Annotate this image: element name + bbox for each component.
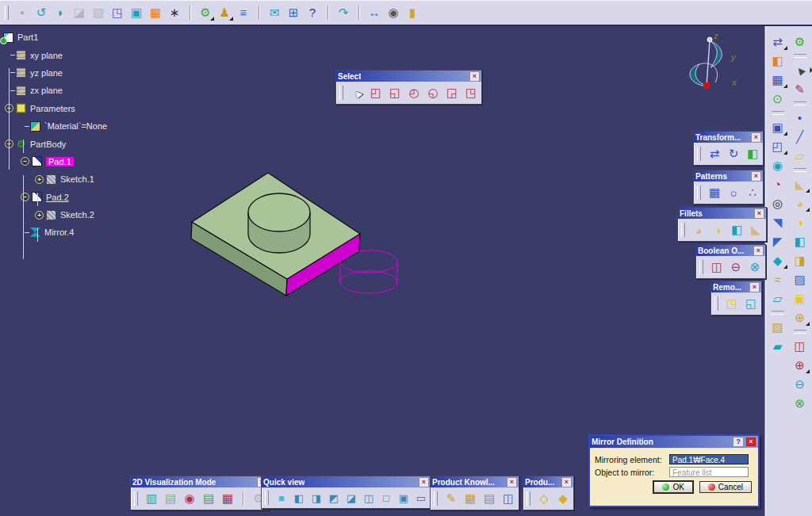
remove-icon[interactable]: ⊖ [727,258,745,276]
scaling-icon[interactable]: ⊙ [768,90,787,108]
cancel-button[interactable]: Cancel [699,481,752,493]
right-view-icon[interactable]: ◪ [343,490,359,506]
toolbar-grip[interactable] [697,185,701,200]
tree-item-material-none[interactable]: `Material`=None [2,117,107,135]
toolbar-grip[interactable] [681,223,685,237]
vis-cylinder-dot-icon[interactable]: ◉ [181,490,198,507]
tree-item-pad-1[interactable]: −Pad.1 [2,153,107,170]
undo-icon[interactable]: ↺ [33,4,50,21]
plane-icon[interactable]: ▱ [791,147,810,165]
toolbar-titlebar[interactable]: Transform...× [694,132,763,143]
left-view-icon[interactable]: ◩ [326,490,342,506]
user-pattern-icon[interactable]: ∴ [744,184,761,201]
toolbar-titlebar[interactable]: Product Knowl...× [431,476,519,487]
tree-label[interactable]: Pad.2 [46,193,69,202]
toolbar-grip[interactable] [527,491,530,506]
close-icon[interactable]: × [561,477,572,487]
plane-icon[interactable] [16,50,26,60]
toolbar-titlebar[interactable]: Fillets× [678,208,766,219]
tree-item-yz-plane[interactable]: yz plane [2,64,107,82]
tree-item-sketch-1[interactable]: +Sketch.1 [2,170,107,188]
top-view-icon[interactable]: ◫ [361,490,377,506]
toolbar-grip[interactable] [714,296,718,311]
slot-icon[interactable]: ◤ [768,232,787,250]
toolbar-titlebar[interactable]: 2D Visualization Mode× [131,476,269,487]
mail-icon[interactable]: ✉ [266,4,283,21]
erase-icon[interactable]: ◪ [71,4,88,21]
pocket-icon[interactable]: ◰ [768,137,787,155]
named-views-icon[interactable]: ▭ [413,490,429,506]
close-icon[interactable]: × [469,71,480,82]
back-view-icon[interactable]: ◨ [308,490,324,506]
toolbar-grip[interactable] [697,147,701,161]
toolbar-grip[interactable] [5,6,9,20]
tree-item-sketch-2[interactable]: +Sketch.2 [2,206,107,224]
tree-label[interactable]: yz plane [30,68,63,78]
grid-icon[interactable]: ▦ [147,4,164,21]
measure-icon[interactable]: ↔ [366,4,383,21]
toolbar-grip[interactable] [434,491,438,506]
chamfer-icon[interactable]: ◣ [747,221,764,239]
rotation-icon[interactable]: ↻ [725,145,742,162]
toolbar-grip[interactable] [699,260,703,274]
edge-fillet-icon[interactable]: ◕ [791,194,810,212]
spray-icon[interactable]: ▮ [404,4,421,21]
design-table-icon[interactable]: ▦ [462,490,479,507]
small-square-icon[interactable]: ▪ [13,4,31,21]
sketch-icon[interactable] [46,174,56,185]
paint-stroke-trap-icon[interactable]: ◵ [424,84,442,101]
save-knowledge-icon[interactable]: ◫ [500,490,517,507]
tree-item-zx-plane[interactable]: zx plane [2,82,107,99]
tree-label[interactable]: `Material`=None [44,121,107,131]
tree-item-mirror-4[interactable]: Mirror.4 [2,224,107,241]
mirror-icon[interactable] [30,227,40,238]
tree-label[interactable]: Parameters [30,104,75,113]
close-icon[interactable]: × [753,246,764,256]
dialog-titlebar[interactable]: Mirror Definition ? × [590,436,758,448]
face-face-fillet-icon[interactable]: ◧ [728,221,745,239]
isometric-view-icon[interactable]: ■ [274,490,289,506]
translation-icon[interactable]: ⇄ [706,145,723,162]
remove-boolean-icon[interactable]: ⊖ [791,375,810,393]
replace-face-icon[interactable]: ◱ [742,295,760,312]
material-icon[interactable] [30,121,40,132]
expand-icon[interactable]: + [35,211,44,220]
edge-fillet-icon[interactable]: ◕ [690,221,707,239]
toolbar-titlebar[interactable]: Remo...× [711,281,761,292]
hole-icon[interactable]: ◎ [768,194,787,212]
removed-loft-icon[interactable]: ▱ [768,289,787,308]
rectangle-trap-icon[interactable]: ◰ [367,84,385,101]
tree-item-pad-2[interactable]: −Pad.2 [2,189,107,206]
report-list-icon[interactable]: ≡ [235,4,252,21]
face-face-fillet-icon[interactable]: ◧ [791,232,810,250]
assemble-icon[interactable]: ◫ [708,258,726,276]
symmetry-icon[interactable]: ◧ [744,145,761,162]
collapse-icon[interactable]: − [21,157,29,166]
line-icon[interactable]: ╱ [791,128,810,146]
compass-top-handle[interactable] [707,37,712,42]
close-icon[interactable]: × [419,477,429,487]
compass-base-handle[interactable] [703,82,710,89]
turntable-icon[interactable]: ↷ [335,4,352,21]
arc-shape-icon[interactable]: ◗ [52,4,69,21]
vis-stack-icon[interactable]: ▤ [200,490,217,507]
tile-windows-icon[interactable]: ⊞ [285,4,302,21]
object-to-mirror-field[interactable]: Feature list [669,467,749,477]
tree-label[interactable]: zx plane [30,86,63,95]
close-icon[interactable]: × [749,282,760,292]
shell-icon[interactable]: ▣ [791,289,810,308]
paste-shape-icon[interactable]: ◳ [109,4,126,21]
plane-icon[interactable] [16,86,26,96]
edit-parameters-icon[interactable]: ✎ [442,490,460,507]
collapse-icon[interactable]: − [21,193,29,201]
remove-face-icon[interactable]: ◳ [723,295,741,312]
intersecting-trap-icon[interactable]: ◱ [386,84,404,101]
toolbar-titlebar[interactable]: Patterns× [694,170,763,182]
intersect-icon[interactable]: ⊗ [791,394,810,412]
front-view-icon[interactable]: ◧ [291,490,307,506]
close-icon[interactable]: × [751,171,761,182]
ghost-shape-icon[interactable]: ▧ [90,4,107,21]
document-lock-icon[interactable]: ▤ [481,490,498,507]
tree-label[interactable]: Pad.1 [46,157,74,166]
loft-icon[interactable]: ≈ [768,270,787,289]
